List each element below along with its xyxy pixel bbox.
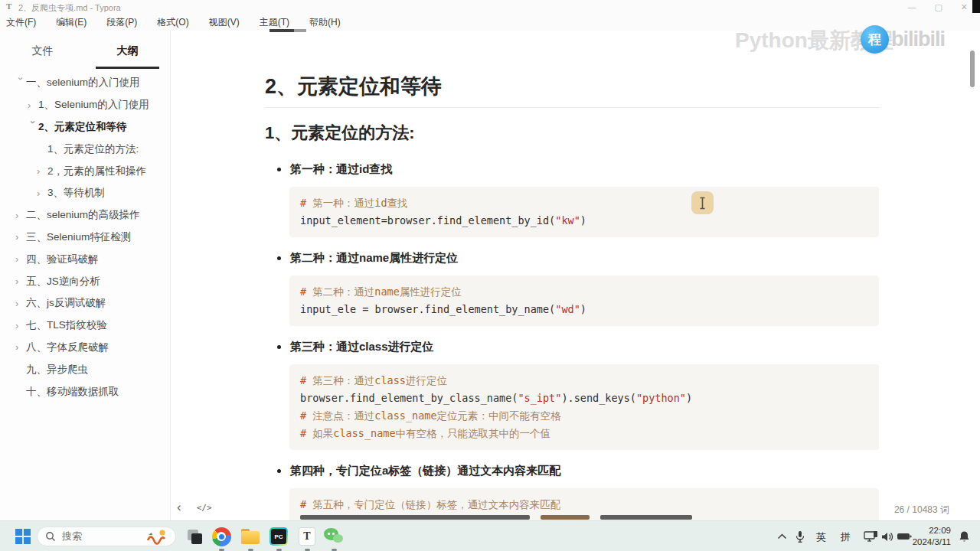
- bullet-dot: [277, 345, 281, 349]
- code-block[interactable]: # 第一种：通过id查找input_element=browser.find_e…: [289, 187, 879, 237]
- outline-item[interactable]: ›2，元素的属性和操作: [0, 160, 170, 182]
- ime-pinyin-indicator[interactable]: 拼: [841, 530, 851, 544]
- maximize-button[interactable]: ▢: [934, 2, 942, 12]
- ime-english-indicator[interactable]: 英: [816, 530, 826, 544]
- outline-item-label: 四、验证码破解: [26, 253, 99, 266]
- outline-item-label: 2、元素定位和等待: [38, 120, 127, 134]
- taskbar-search[interactable]: 搜索: [37, 527, 176, 546]
- menu-item[interactable]: 文件(F): [6, 16, 36, 29]
- typora-icon: T: [299, 527, 315, 546]
- outline-item[interactable]: 1、元素定位的方法:: [0, 138, 170, 160]
- outline-item[interactable]: ›一、selenium的入门使用: [0, 72, 170, 94]
- outline-item-label: 二、selenium的高级操作: [26, 208, 140, 222]
- menu-item[interactable]: 主题(T): [260, 16, 289, 29]
- bell-icon: [959, 530, 970, 543]
- code-line: input_ele = browser.find_element_by_name…: [300, 301, 868, 318]
- doc-heading-h2[interactable]: 1、元素定位的方法:: [265, 122, 879, 145]
- outline-item-label: 三、Selenium特征检测: [26, 230, 131, 244]
- chevron-right-icon[interactable]: ›: [15, 341, 26, 353]
- outline-item-label: 七、TLS指纹校验: [26, 318, 107, 332]
- outline-item[interactable]: ›二、selenium的高级操作: [0, 204, 170, 227]
- file-explorer-button[interactable]: [240, 527, 260, 546]
- sidebar-divider: [170, 31, 171, 520]
- menu-item[interactable]: 视图(V): [209, 16, 240, 29]
- code-line: # 第二种：通过name属性进行定位: [300, 283, 868, 301]
- chrome-button[interactable]: [211, 527, 231, 546]
- bullet-item[interactable]: 第四种，专门定位a标签（链接）通过文本内容来匹配: [265, 463, 879, 478]
- outline-item[interactable]: ›3、等待机制: [0, 182, 170, 204]
- bullet-item[interactable]: 第一种：通过id查找: [265, 161, 879, 177]
- outline-item-label: 3、等待机制: [47, 186, 105, 200]
- outline-item[interactable]: ›四、验证码破解: [0, 248, 170, 270]
- source-code-mode-icon[interactable]: </>: [197, 503, 212, 513]
- outline-item[interactable]: 十、移动端数据抓取: [0, 380, 170, 403]
- sidebar-tabs: 文件 大纲: [0, 38, 170, 66]
- microphone-icon: [795, 530, 805, 543]
- chevron-right-icon[interactable]: ›: [15, 210, 26, 221]
- tab-outline[interactable]: 大纲: [85, 38, 170, 66]
- pycharm-button[interactable]: PC: [269, 527, 289, 546]
- start-button[interactable]: [13, 527, 33, 546]
- outline-item[interactable]: ›五、JS逆向分析: [0, 270, 170, 292]
- battery-icon: [897, 532, 912, 541]
- scrollbar-thumb[interactable]: [970, 51, 975, 87]
- outline-item[interactable]: ›七、TLS指纹校验: [0, 315, 170, 337]
- outline-item-label: 五、JS逆向分析: [26, 275, 100, 289]
- chevron-right-icon[interactable]: ›: [15, 253, 26, 265]
- outline-item[interactable]: ›八、字体反爬破解: [0, 337, 170, 359]
- clock[interactable]: 22:09 2024/3/11: [913, 525, 951, 548]
- code-line: # 第五种，专门定位（链接）标签，通过文本内容来匹配: [300, 496, 868, 514]
- battery-tray-button[interactable]: [894, 527, 914, 546]
- outline-item[interactable]: ›三、Selenium特征检测: [0, 227, 170, 249]
- chevron-right-icon[interactable]: ›: [37, 187, 47, 199]
- folder-icon: [240, 528, 260, 545]
- menu-item[interactable]: 帮助(H): [309, 16, 341, 29]
- typora-button[interactable]: T: [297, 527, 317, 546]
- chevron-right-icon[interactable]: ›: [37, 165, 47, 177]
- chevron-right-icon[interactable]: ›: [15, 231, 26, 243]
- title-bar[interactable]: T 2、反爬虫专项.md - Typora — ▢ ✕: [0, 0, 980, 14]
- outline-item[interactable]: ›1、Selenium的入门使用: [0, 94, 170, 116]
- microphone-tray-button[interactable]: [790, 527, 810, 546]
- code-block[interactable]: # 第二种：通过name属性进行定位input_ele = browser.fi…: [289, 276, 879, 326]
- document-area[interactable]: 2、元素定位和等待 1、元素定位的方法: 第一种：通过id查找# 第一种：通过i…: [265, 31, 879, 527]
- search-highlight-dragon-icon: [146, 528, 168, 545]
- chevron-right-icon[interactable]: ›: [15, 320, 26, 331]
- chevron-down-icon[interactable]: ›: [28, 121, 39, 132]
- bullet-dot: [277, 469, 281, 473]
- bullet-dot: [277, 168, 281, 171]
- doc-heading-h1[interactable]: 2、元素定位和等待: [265, 74, 879, 108]
- close-button[interactable]: ✕: [961, 2, 968, 12]
- outline-item[interactable]: 九、异步爬虫: [0, 358, 170, 380]
- typora-window: T 2、反爬虫专项.md - Typora — ▢ ✕ 文件(F)编辑(E)段落…: [0, 0, 980, 551]
- mouse-cursor-ibeam: [692, 192, 713, 214]
- chevron-right-icon[interactable]: ›: [15, 276, 26, 287]
- chevron-right-icon[interactable]: ›: [15, 298, 26, 309]
- wechat-button[interactable]: [324, 527, 344, 546]
- menu-item[interactable]: 段落(P): [106, 16, 137, 29]
- minimize-button[interactable]: —: [907, 2, 916, 11]
- chevron-right-icon[interactable]: ›: [28, 99, 38, 111]
- hidden-icons-button[interactable]: [772, 527, 792, 546]
- bullet-item[interactable]: 第二种：通过name属性进行定位: [265, 250, 879, 266]
- notifications-button[interactable]: [954, 527, 974, 546]
- chrome-icon: [212, 527, 231, 546]
- pycharm-icon: PC: [270, 527, 288, 546]
- collapse-sidebar-icon[interactable]: ‹: [177, 501, 181, 514]
- clipped-text-remnant: [270, 29, 294, 32]
- code-line: # 如果class_name中有空格，只能选取其中的一个值: [300, 425, 868, 442]
- search-icon: [45, 531, 56, 542]
- outline-item[interactable]: ›六、js反调试破解: [0, 292, 170, 315]
- outline-item[interactable]: ›2、元素定位和等待: [0, 116, 170, 139]
- outline-item-label: 九、异步爬虫: [26, 363, 88, 377]
- task-view-button[interactable]: [185, 527, 204, 546]
- uploader-avatar: 程: [861, 25, 889, 54]
- chevron-down-icon[interactable]: ›: [15, 77, 27, 87]
- tab-files[interactable]: 文件: [0, 38, 85, 66]
- menu-item[interactable]: 编辑(E): [56, 16, 87, 29]
- bullet-item[interactable]: 第三种：通过class进行定位: [265, 339, 879, 354]
- sidebar: 文件 大纲 ›一、selenium的入门使用›1、Selenium的入门使用›2…: [0, 31, 170, 520]
- code-block[interactable]: # 第三种：通过class进行定位browser.find_element_by…: [289, 364, 879, 450]
- menu-item[interactable]: 格式(O): [157, 16, 188, 29]
- outline-list: ›一、selenium的入门使用›1、Selenium的入门使用›2、元素定位和…: [0, 72, 170, 403]
